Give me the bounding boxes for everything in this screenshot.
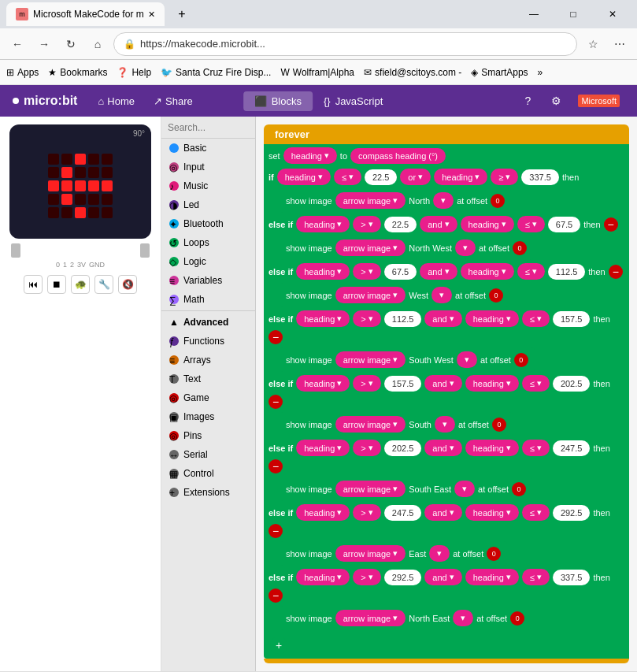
bookmark-help[interactable]: ❓ Help xyxy=(117,67,151,78)
ei-heading2-0[interactable]: heading▾ xyxy=(461,216,514,232)
bookmark-apps[interactable]: ⊞ Apps xyxy=(6,67,39,78)
category-input[interactable]: ◎ Input xyxy=(161,158,255,176)
home-nav-item[interactable]: ⌂ Home xyxy=(90,92,143,110)
arrow-img-pill-6[interactable]: arrow image▾ xyxy=(335,610,406,626)
blocks-workspace[interactable]: forever set heading ▾ to compass heading… xyxy=(256,117,637,671)
ei-minus-1[interactable]: − xyxy=(609,265,623,279)
dir-dropdown-6[interactable]: ▾ xyxy=(453,610,473,626)
bookmark-wolfram[interactable]: W Wolfram|Alpha xyxy=(280,67,354,78)
ei-minus-0[interactable]: − xyxy=(604,217,618,232)
category-led[interactable]: ◑ Led xyxy=(161,195,255,214)
category-extensions[interactable]: + Extensions xyxy=(161,483,255,502)
back-button[interactable]: ← xyxy=(6,33,28,55)
url-bar[interactable]: 🔒 https://makecode.microbit... xyxy=(113,32,577,56)
ei-and-2[interactable]: and▾ xyxy=(424,310,461,327)
ei-heading-5[interactable]: heading▾ xyxy=(296,504,350,521)
heading-var-pill[interactable]: heading ▾ xyxy=(283,147,337,164)
maximize-button[interactable]: □ xyxy=(555,0,591,28)
dir-dropdown-2[interactable]: ▾ xyxy=(457,351,477,368)
ei-minus-6[interactable]: − xyxy=(269,588,283,603)
ei-op2-6[interactable]: ≤▾ xyxy=(522,569,550,585)
sim-slow-button[interactable]: 🐢 xyxy=(71,275,90,294)
arrow-img-pill-3[interactable]: arrow image▾ xyxy=(335,416,406,433)
ei-heading2-3[interactable]: heading▾ xyxy=(465,375,519,392)
ei-op2-2[interactable]: ≤▾ xyxy=(522,310,550,327)
ei-and-0[interactable]: and▾ xyxy=(420,216,457,232)
category-variables[interactable]: ≡ Variables xyxy=(161,271,255,290)
category-functions[interactable]: ƒ Functions xyxy=(161,332,255,351)
tab-close-button[interactable]: ✕ xyxy=(148,9,155,20)
ei-minus-3[interactable]: − xyxy=(269,395,283,409)
close-button[interactable]: ✕ xyxy=(594,0,631,28)
ei-op1-4[interactable]: >▾ xyxy=(353,440,380,456)
ei-heading-6[interactable]: heading▾ xyxy=(296,569,350,585)
category-math[interactable]: ∑ Math xyxy=(161,290,255,309)
compass-heading-pill[interactable]: compass heading (°) xyxy=(350,148,446,164)
dir-dropdown-5[interactable]: ▾ xyxy=(429,545,450,562)
arrow-img-pill-4[interactable]: arrow image▾ xyxy=(335,481,406,497)
sim-stop-button[interactable]: ⏹ xyxy=(47,275,66,294)
if-or[interactable]: or▾ xyxy=(400,169,431,185)
ei-and-3[interactable]: and▾ xyxy=(424,375,461,392)
browser-tab[interactable]: m Microsoft MakeCode for micro:b... ✕ xyxy=(6,2,165,26)
north-dir[interactable]: ▾ xyxy=(433,192,454,209)
arrow-img-pill-2[interactable]: arrow image▾ xyxy=(335,351,406,368)
ei-op2-1[interactable]: ≤▾ xyxy=(517,263,545,280)
share-nav-item[interactable]: ↗ Share xyxy=(146,92,201,110)
category-basic[interactable]: Basic xyxy=(161,139,255,158)
ei-op1-6[interactable]: >▾ xyxy=(353,569,380,585)
bookmark-smartapps[interactable]: ◈ SmartApps xyxy=(471,67,528,78)
ei-heading-2[interactable]: heading▾ xyxy=(296,310,350,327)
ei-heading-3[interactable]: heading▾ xyxy=(296,375,350,392)
extension-button[interactable]: ⋯ xyxy=(609,33,631,55)
javascript-tab[interactable]: {} JavaScript xyxy=(313,91,394,111)
category-text[interactable]: T Text xyxy=(161,369,255,388)
sim-debug-button[interactable]: 🔧 xyxy=(94,275,113,294)
ei-minus-2[interactable]: − xyxy=(269,330,283,344)
ei-heading2-4[interactable]: heading▾ xyxy=(465,440,519,456)
ei-heading2-6[interactable]: heading▾ xyxy=(465,569,519,585)
category-bluetooth[interactable]: ✦ Bluetooth xyxy=(161,214,255,233)
ei-heading-0[interactable]: heading▾ xyxy=(296,216,350,232)
ei-op2-0[interactable]: ≤▾ xyxy=(517,216,545,232)
if-op2[interactable]: ≥▾ xyxy=(491,169,518,185)
arrow-img-pill-1[interactable]: arrow image▾ xyxy=(335,287,406,303)
ei-heading2-2[interactable]: heading▾ xyxy=(465,310,519,327)
ei-heading-1[interactable]: heading▾ xyxy=(296,263,350,280)
new-tab-button[interactable]: + xyxy=(171,3,193,25)
ei-op2-5[interactable]: ≤▾ xyxy=(522,504,550,521)
button-b[interactable] xyxy=(140,243,150,258)
blocks-tab[interactable]: ⬛ Blocks xyxy=(243,91,313,111)
forward-button[interactable]: → xyxy=(33,33,55,55)
category-arrays[interactable]: ≡ Arrays xyxy=(161,351,255,369)
bookmark-email[interactable]: ✉ sfield@scitoys.com - xyxy=(364,67,461,78)
arrow-img-pill-5[interactable]: arrow image▾ xyxy=(335,545,406,562)
ei-heading2-1[interactable]: heading▾ xyxy=(461,263,514,280)
ei-and-1[interactable]: and▾ xyxy=(420,263,457,280)
if-op1[interactable]: ≤▾ xyxy=(334,169,361,185)
bookmark-bookmarks[interactable]: ★ Bookmarks xyxy=(48,67,107,78)
home-button[interactable]: ⌂ xyxy=(87,33,109,55)
star-button[interactable]: ☆ xyxy=(582,33,604,55)
category-game[interactable]: ◎ Game xyxy=(161,388,255,407)
minimize-button[interactable]: — xyxy=(516,0,552,28)
settings-button[interactable]: ⚙ xyxy=(545,90,567,112)
dir-dropdown-1[interactable]: ▾ xyxy=(431,287,452,303)
sim-restart-button[interactable]: ⏮ xyxy=(24,275,43,294)
dir-dropdown-0[interactable]: ▾ xyxy=(455,239,476,256)
ei-heading2-5[interactable]: heading▾ xyxy=(465,504,519,521)
help-button[interactable]: ? xyxy=(517,90,539,112)
add-button[interactable]: + xyxy=(270,637,287,654)
dir-dropdown-3[interactable]: ▾ xyxy=(435,416,455,433)
category-control[interactable]: ▦ Control xyxy=(161,464,255,483)
arrow-image-north[interactable]: arrow image▾ xyxy=(335,192,406,209)
ei-op1-2[interactable]: >▾ xyxy=(353,310,380,327)
dir-dropdown-4[interactable]: ▾ xyxy=(454,481,475,497)
advanced-toggle[interactable]: ▲ Advanced xyxy=(161,313,255,332)
ei-op1-1[interactable]: >▾ xyxy=(353,263,380,280)
category-serial[interactable]: ↔ Serial xyxy=(161,445,255,464)
refresh-button[interactable]: ↻ xyxy=(60,33,82,55)
ei-minus-4[interactable]: − xyxy=(269,459,283,473)
search-input[interactable] xyxy=(168,122,256,133)
bookmark-santa-cruz[interactable]: 🐦 Santa Cruz Fire Disp... xyxy=(161,67,271,78)
